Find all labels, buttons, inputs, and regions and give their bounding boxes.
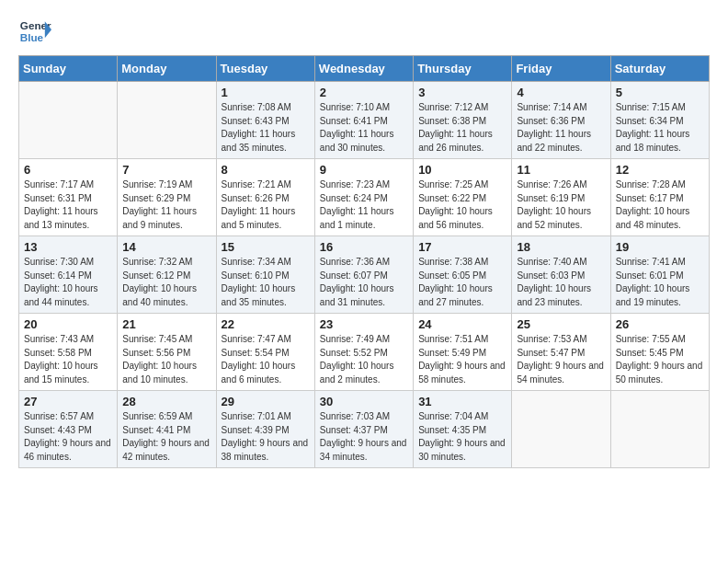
day-number: 18 — [517, 240, 605, 254]
day-info: Sunrise: 7:03 AM Sunset: 4:37 PM Dayligh… — [320, 410, 408, 464]
calendar-cell: 19Sunrise: 7:41 AM Sunset: 6:01 PM Dayli… — [610, 236, 709, 314]
week-row-2: 6Sunrise: 7:17 AM Sunset: 6:31 PM Daylig… — [19, 159, 710, 236]
day-info: Sunrise: 7:41 AM Sunset: 6:01 PM Dayligh… — [616, 256, 704, 309]
calendar-cell: 31Sunrise: 7:04 AM Sunset: 4:35 PM Dayli… — [414, 391, 512, 468]
day-info: Sunrise: 7:10 AM Sunset: 6:41 PM Dayligh… — [320, 101, 408, 155]
calendar-cell: 15Sunrise: 7:34 AM Sunset: 6:10 PM Dayli… — [216, 236, 314, 314]
day-number: 1 — [222, 86, 310, 99]
calendar-cell: 16Sunrise: 7:36 AM Sunset: 6:07 PM Dayli… — [314, 236, 413, 314]
day-number: 15 — [222, 240, 310, 254]
day-number: 26 — [616, 317, 704, 331]
day-info: Sunrise: 7:08 AM Sunset: 6:43 PM Dayligh… — [222, 101, 310, 155]
day-info: Sunrise: 7:45 AM Sunset: 5:56 PM Dayligh… — [122, 333, 210, 386]
day-info: Sunrise: 7:53 AM Sunset: 5:47 PM Dayligh… — [517, 333, 605, 386]
calendar-cell: 13Sunrise: 7:30 AM Sunset: 6:14 PM Dayli… — [19, 236, 118, 314]
day-number: 25 — [517, 317, 605, 331]
week-row-4: 20Sunrise: 7:43 AM Sunset: 5:58 PM Dayli… — [19, 314, 710, 391]
day-info: Sunrise: 7:01 AM Sunset: 4:39 PM Dayligh… — [222, 410, 310, 464]
day-number: 27 — [24, 395, 112, 408]
calendar-cell: 8Sunrise: 7:21 AM Sunset: 6:26 PM Daylig… — [216, 159, 314, 236]
weekday-header-friday: Friday — [512, 56, 610, 82]
day-info: Sunrise: 7:28 AM Sunset: 6:17 PM Dayligh… — [616, 178, 704, 232]
calendar-cell: 23Sunrise: 7:49 AM Sunset: 5:52 PM Dayli… — [314, 314, 413, 391]
calendar-cell: 29Sunrise: 7:01 AM Sunset: 4:39 PM Dayli… — [216, 391, 314, 468]
week-row-5: 27Sunrise: 6:57 AM Sunset: 4:43 PM Dayli… — [19, 391, 710, 468]
week-row-1: 1Sunrise: 7:08 AM Sunset: 6:43 PM Daylig… — [19, 82, 710, 159]
calendar-cell: 3Sunrise: 7:12 AM Sunset: 6:38 PM Daylig… — [414, 82, 512, 159]
calendar-cell: 7Sunrise: 7:19 AM Sunset: 6:29 PM Daylig… — [118, 159, 216, 236]
calendar-cell: 12Sunrise: 7:28 AM Sunset: 6:17 PM Dayli… — [610, 159, 709, 236]
day-info: Sunrise: 7:30 AM Sunset: 6:14 PM Dayligh… — [24, 256, 112, 309]
day-number: 5 — [616, 86, 704, 99]
day-number: 6 — [24, 163, 112, 177]
weekday-header-tuesday: Tuesday — [216, 56, 314, 82]
weekday-header-wednesday: Wednesday — [314, 56, 413, 82]
weekday-header-row: SundayMondayTuesdayWednesdayThursdayFrid… — [19, 56, 710, 82]
day-info: Sunrise: 7:49 AM Sunset: 5:52 PM Dayligh… — [320, 333, 408, 386]
day-info: Sunrise: 7:25 AM Sunset: 6:22 PM Dayligh… — [418, 178, 506, 232]
calendar-cell — [610, 391, 709, 468]
calendar-cell: 17Sunrise: 7:38 AM Sunset: 6:05 PM Dayli… — [414, 236, 512, 314]
day-info: Sunrise: 7:43 AM Sunset: 5:58 PM Dayligh… — [24, 333, 112, 386]
day-number: 20 — [24, 317, 112, 331]
day-info: Sunrise: 7:04 AM Sunset: 4:35 PM Dayligh… — [418, 410, 506, 464]
day-info: Sunrise: 7:14 AM Sunset: 6:36 PM Dayligh… — [517, 101, 605, 155]
day-info: Sunrise: 7:15 AM Sunset: 6:34 PM Dayligh… — [616, 101, 704, 155]
weekday-header-sunday: Sunday — [19, 56, 118, 82]
calendar-cell: 28Sunrise: 6:59 AM Sunset: 4:41 PM Dayli… — [118, 391, 216, 468]
calendar-cell: 27Sunrise: 6:57 AM Sunset: 4:43 PM Dayli… — [19, 391, 118, 468]
day-info: Sunrise: 6:57 AM Sunset: 4:43 PM Dayligh… — [24, 410, 112, 464]
calendar-cell: 1Sunrise: 7:08 AM Sunset: 6:43 PM Daylig… — [216, 82, 314, 159]
weekday-header-saturday: Saturday — [610, 56, 709, 82]
day-info: Sunrise: 7:26 AM Sunset: 6:19 PM Dayligh… — [517, 178, 605, 232]
day-info: Sunrise: 7:21 AM Sunset: 6:26 PM Dayligh… — [222, 178, 310, 232]
day-number: 4 — [517, 86, 605, 99]
day-info: Sunrise: 6:59 AM Sunset: 4:41 PM Dayligh… — [122, 410, 210, 464]
day-info: Sunrise: 7:47 AM Sunset: 5:54 PM Dayligh… — [222, 333, 310, 386]
calendar-cell — [512, 391, 610, 468]
day-info: Sunrise: 7:36 AM Sunset: 6:07 PM Dayligh… — [320, 256, 408, 309]
day-number: 13 — [24, 240, 112, 254]
day-number: 9 — [320, 163, 408, 177]
logo: GeneralBlue — [18, 15, 51, 48]
calendar-cell: 9Sunrise: 7:23 AM Sunset: 6:24 PM Daylig… — [314, 159, 413, 236]
calendar-cell: 4Sunrise: 7:14 AM Sunset: 6:36 PM Daylig… — [512, 82, 610, 159]
calendar: SundayMondayTuesdayWednesdayThursdayFrid… — [18, 55, 710, 468]
day-info: Sunrise: 7:51 AM Sunset: 5:49 PM Dayligh… — [418, 333, 506, 386]
day-info: Sunrise: 7:12 AM Sunset: 6:38 PM Dayligh… — [418, 101, 506, 155]
day-info: Sunrise: 7:17 AM Sunset: 6:31 PM Dayligh… — [24, 178, 112, 232]
day-number: 19 — [616, 240, 704, 254]
day-number: 7 — [122, 163, 210, 177]
header: GeneralBlue — [18, 15, 710, 48]
day-number: 8 — [222, 163, 310, 177]
calendar-cell: 20Sunrise: 7:43 AM Sunset: 5:58 PM Dayli… — [19, 314, 118, 391]
day-number: 16 — [320, 240, 408, 254]
calendar-cell: 24Sunrise: 7:51 AM Sunset: 5:49 PM Dayli… — [414, 314, 512, 391]
day-number: 29 — [222, 395, 310, 408]
calendar-cell: 6Sunrise: 7:17 AM Sunset: 6:31 PM Daylig… — [19, 159, 118, 236]
day-info: Sunrise: 7:40 AM Sunset: 6:03 PM Dayligh… — [517, 256, 605, 309]
calendar-cell: 22Sunrise: 7:47 AM Sunset: 5:54 PM Dayli… — [216, 314, 314, 391]
day-number: 31 — [418, 395, 506, 408]
week-row-3: 13Sunrise: 7:30 AM Sunset: 6:14 PM Dayli… — [19, 236, 710, 314]
calendar-cell: 18Sunrise: 7:40 AM Sunset: 6:03 PM Dayli… — [512, 236, 610, 314]
day-info: Sunrise: 7:32 AM Sunset: 6:12 PM Dayligh… — [122, 256, 210, 309]
day-number: 21 — [122, 317, 210, 331]
day-info: Sunrise: 7:55 AM Sunset: 5:45 PM Dayligh… — [616, 333, 704, 386]
weekday-header-thursday: Thursday — [414, 56, 512, 82]
calendar-cell: 2Sunrise: 7:10 AM Sunset: 6:41 PM Daylig… — [314, 82, 413, 159]
calendar-cell: 25Sunrise: 7:53 AM Sunset: 5:47 PM Dayli… — [512, 314, 610, 391]
calendar-cell — [19, 82, 118, 159]
day-info: Sunrise: 7:19 AM Sunset: 6:29 PM Dayligh… — [122, 178, 210, 232]
day-number: 12 — [616, 163, 704, 177]
calendar-cell: 26Sunrise: 7:55 AM Sunset: 5:45 PM Dayli… — [610, 314, 709, 391]
calendar-cell: 30Sunrise: 7:03 AM Sunset: 4:37 PM Dayli… — [314, 391, 413, 468]
day-number: 10 — [418, 163, 506, 177]
day-number: 22 — [222, 317, 310, 331]
day-number: 28 — [122, 395, 210, 408]
day-number: 3 — [418, 86, 506, 99]
day-number: 23 — [320, 317, 408, 331]
calendar-cell: 21Sunrise: 7:45 AM Sunset: 5:56 PM Dayli… — [118, 314, 216, 391]
calendar-cell — [118, 82, 216, 159]
calendar-cell: 10Sunrise: 7:25 AM Sunset: 6:22 PM Dayli… — [414, 159, 512, 236]
